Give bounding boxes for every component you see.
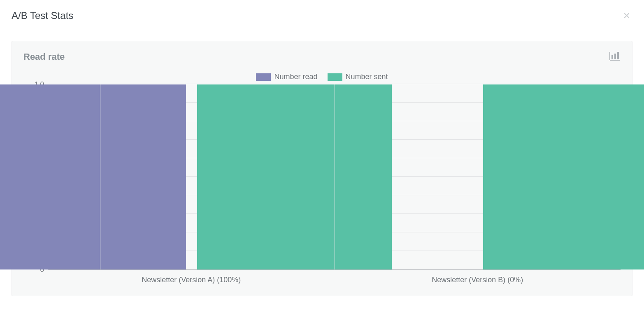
x-axis: Newsletter (Version A) (100%)Newsletter … [48,276,621,284]
page-header: A/B Test Stats × [0,0,644,29]
chart-plot [48,84,621,270]
gridline [49,84,621,84]
chart-legend: Number read Number sent [23,73,621,81]
page: A/B Test Stats × Read rate [0,0,644,321]
legend-label: Number read [274,73,317,81]
category-separator [335,84,335,269]
page-title: A/B Test Stats [12,10,73,21]
close-button[interactable]: × [621,10,632,21]
panel-title: Read rate [23,52,65,62]
legend-item[interactable]: Number sent [328,73,388,81]
chart-bar [197,84,392,269]
svg-rect-4 [617,52,619,59]
legend-item[interactable]: Number read [256,73,317,81]
grid-vline [100,84,100,269]
x-tick-label: Newsletter (Version A) (100%) [48,276,335,284]
svg-rect-3 [614,54,616,59]
chart-area: 00.10.20.30.40.50.60.70.80.91.0 [23,84,621,270]
legend-swatch [328,73,342,81]
x-tick-label: Newsletter (Version B) (0%) [335,276,621,284]
panel-header: Read rate [23,51,621,63]
legend-swatch [256,73,271,81]
bar-chart-icon[interactable] [609,51,621,63]
chart-bar [0,84,186,269]
chart-panel: Read rate Number read [12,41,632,296]
legend-label: Number sent [346,73,388,81]
chart-bar [483,84,644,269]
svg-rect-2 [611,55,613,59]
panel-wrap: Read rate Number read [0,29,644,308]
